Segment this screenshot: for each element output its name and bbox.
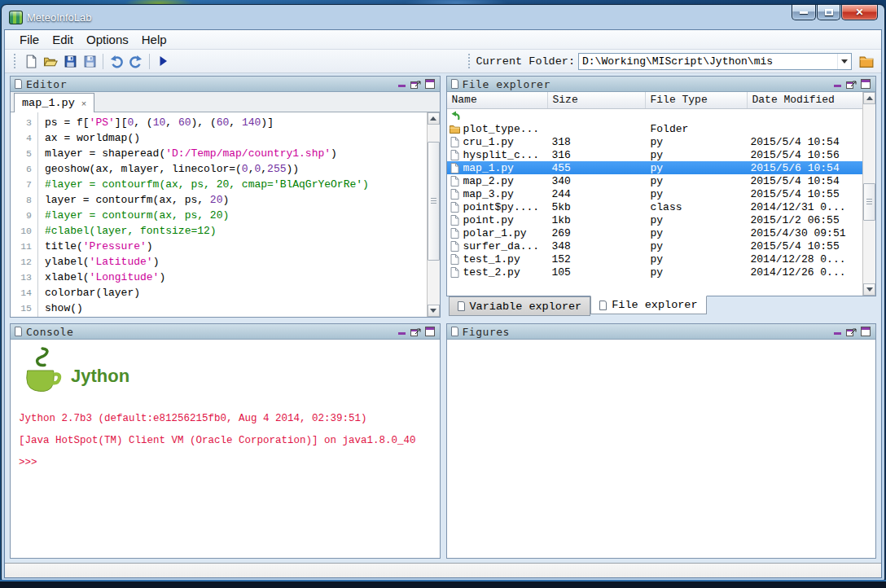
menu-options[interactable]: Options: [80, 31, 135, 48]
table-row[interactable]: point$py....5kbclass2014/12/31 0...: [447, 200, 863, 213]
explorer-vertical-scrollbar[interactable]: [862, 92, 875, 296]
menu-edit[interactable]: Edit: [46, 31, 80, 48]
undo-button[interactable]: [107, 52, 126, 71]
new-file-button[interactable]: [21, 52, 41, 71]
open-file-button[interactable]: [41, 52, 60, 71]
cell-date: 2015/5/4 10:54: [748, 136, 863, 148]
tab-file-explorer[interactable]: File explorer: [590, 296, 706, 314]
cell-name: hysplit_c...: [463, 149, 548, 161]
console-panel: Console Jython Jython 2.7b3 (def: [10, 323, 441, 559]
panel-minimize-icon[interactable]: [397, 327, 407, 336]
panel-minimize-icon[interactable]: [833, 327, 843, 336]
arrow-up-icon: [430, 113, 436, 121]
dock-area: Editor map_1.py × 3456789101112131415 ps…: [5, 73, 881, 563]
cell-size: 152: [548, 253, 646, 265]
current-folder-combobox[interactable]: D:\Working\MIScript\Jython\mis: [578, 53, 852, 70]
file-icon: [447, 189, 463, 200]
panel-page-icon: [15, 327, 22, 336]
current-folder-label: Current Folder:: [476, 55, 575, 68]
cell-name: map_1.py: [463, 162, 548, 174]
editor-tab-map1[interactable]: map_1.py ×: [14, 93, 94, 112]
chevron-down-icon[interactable]: [837, 54, 851, 69]
title-bar[interactable]: MeteoInfoLab ✕: [2, 5, 884, 29]
console-panel-header[interactable]: Console: [11, 324, 440, 340]
panel-float-icon[interactable]: [410, 327, 422, 336]
line-number: 3: [11, 115, 37, 130]
table-row[interactable]: cru_1.py318py2015/5/4 10:54: [447, 135, 863, 148]
maximize-icon: [825, 9, 833, 15]
table-row[interactable]: plot_type...Folder: [447, 122, 863, 135]
file-table-header: Name Size File Type Date Modified: [447, 92, 863, 109]
tab-variable-explorer[interactable]: Variable explorer: [449, 296, 591, 316]
column-header-date[interactable]: Date Modified: [748, 92, 863, 108]
panel-maximize-icon[interactable]: [425, 79, 436, 89]
console-content[interactable]: Jython Jython 2.7b3 (default:e81256215fb…: [11, 340, 440, 558]
save-icon: [64, 55, 77, 68]
panel-minimize-icon[interactable]: [397, 79, 407, 89]
save-as-button[interactable]: [80, 52, 99, 71]
menu-file[interactable]: File: [13, 31, 46, 48]
scroll-down-button[interactable]: [863, 283, 875, 296]
cell-type: py: [646, 162, 748, 174]
editor-tab-label: map_1.py: [22, 97, 75, 109]
table-row[interactable]: hysplit_c...316py2015/5/4 10:56: [447, 148, 863, 161]
code-line: ylabel('Latitude'): [45, 254, 427, 270]
editor-vertical-scrollbar[interactable]: [427, 112, 440, 317]
panel-float-icon[interactable]: [846, 327, 857, 336]
file-icon: [447, 267, 463, 278]
console-output-line: [Java HotSpot(TM) Client VM (Oracle Corp…: [19, 435, 432, 446]
column-header-size[interactable]: Size: [548, 92, 646, 108]
close-button[interactable]: ✕: [841, 5, 878, 20]
tab-page-icon: [458, 301, 465, 311]
figures-panel-header[interactable]: Figures: [447, 324, 876, 340]
file-icon: [447, 137, 463, 147]
scrollbar-thumb[interactable]: [863, 183, 875, 221]
file-icon: [447, 228, 463, 239]
scroll-down-button[interactable]: [428, 305, 440, 317]
line-number: 6: [11, 161, 37, 177]
cell-date: 2015/5/4 10:56: [748, 149, 863, 161]
panel-minimize-icon[interactable]: [833, 79, 843, 89]
panel-page-icon: [15, 79, 22, 89]
panel-maximize-icon[interactable]: [861, 327, 871, 336]
table-row[interactable]: map_2.py340py2015/5/4 10:54: [447, 174, 863, 187]
cell-type: py: [646, 253, 748, 265]
save-button[interactable]: [60, 52, 80, 71]
panel-maximize-icon[interactable]: [425, 327, 436, 336]
table-row[interactable]: surfer_da...348py2015/5/4 10:55: [447, 239, 863, 252]
maximize-button[interactable]: [817, 5, 840, 20]
tab-page-icon: [599, 301, 607, 310]
scroll-up-button[interactable]: [428, 112, 440, 125]
file-table: Name Size File Type Date Modified plot_t…: [447, 92, 863, 296]
folder-icon: [447, 125, 463, 134]
undo-icon: [109, 55, 124, 68]
file-explorer-panel-header[interactable]: File explorer: [447, 77, 876, 92]
panel-float-icon[interactable]: [846, 79, 857, 89]
table-row[interactable]: [447, 109, 863, 122]
table-row[interactable]: map_3.py244py2015/5/4 10:55: [447, 187, 863, 200]
scrollbar-thumb[interactable]: [428, 142, 440, 261]
menu-help[interactable]: Help: [135, 31, 173, 48]
scroll-up-button[interactable]: [863, 92, 875, 104]
table-row[interactable]: point.py1kbpy2015/1/2 06:55: [447, 213, 863, 226]
tab-close-icon[interactable]: ×: [81, 99, 86, 108]
run-script-button[interactable]: [153, 52, 173, 71]
figures-content: [447, 340, 876, 558]
browse-folder-button[interactable]: [857, 52, 876, 71]
redo-icon: [129, 55, 143, 68]
column-header-filetype[interactable]: File Type: [646, 92, 748, 108]
table-row[interactable]: test_2.py105py2014/12/26 0...: [447, 265, 863, 279]
editor-panel-header[interactable]: Editor: [11, 77, 440, 92]
table-row[interactable]: test_1.py152py2014/12/28 0...: [447, 252, 863, 265]
redo-button[interactable]: [126, 52, 146, 71]
minimize-button[interactable]: [792, 5, 816, 20]
panel-float-icon[interactable]: [410, 79, 422, 89]
panel-maximize-icon[interactable]: [861, 79, 871, 89]
cell-name: map_3.py: [463, 188, 548, 200]
editor-code-area[interactable]: ps = f['PS'][0, (10, 60), (60, 140)]ax =…: [38, 112, 427, 317]
table-row[interactable]: polar_1.py269py2015/4/30 09:51: [447, 226, 863, 239]
cell-type: py: [646, 240, 748, 252]
column-header-name[interactable]: Name: [447, 92, 548, 108]
table-row-selected[interactable]: map_1.py455py2015/5/6 10:54: [447, 161, 863, 174]
app-icon: [10, 11, 22, 24]
